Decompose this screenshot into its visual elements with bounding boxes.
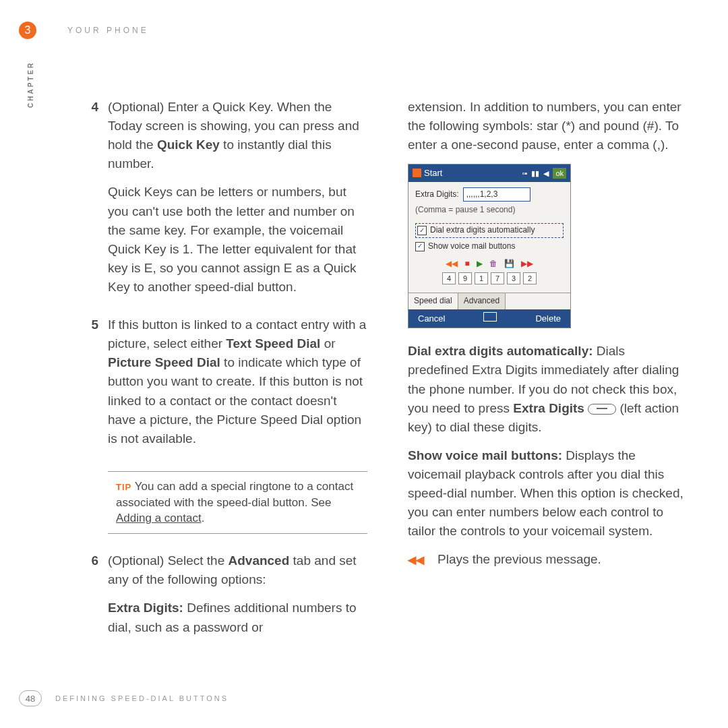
chapter-number-badge: 3 <box>19 22 36 39</box>
extra-digits-label-bold: Extra Digits: <box>108 601 183 615</box>
left-action-key-icon <box>588 404 616 415</box>
page-footer: 48 DEFINING SPEED-DIAL BUTTONS <box>19 690 229 706</box>
tab-speed-dial[interactable]: Speed dial <box>408 293 458 309</box>
footer-section-title: DEFINING SPEED-DIAL BUTTONS <box>55 694 229 702</box>
extra-digits-bold: Extra Digits <box>513 401 584 415</box>
step-4-number: 4 <box>88 98 98 306</box>
extra-digits-input[interactable]: ,,,,,,1,2,3 <box>463 187 530 202</box>
step-5-bold1: Text Speed Dial <box>226 336 320 351</box>
vm-num-cell[interactable]: 1 <box>475 272 488 284</box>
stop-icon[interactable]: ■ <box>464 258 469 270</box>
tip-text-a: You can add a special ringtone to a cont… <box>116 480 353 509</box>
vm-num-cell[interactable]: 3 <box>507 272 520 284</box>
rewind-icon: ◀◀ <box>408 552 424 568</box>
tip-callout: TIP You can add a special ringtone to a … <box>108 471 367 534</box>
delete-icon[interactable]: 🗑 <box>489 258 497 270</box>
windows-flag-icon <box>413 169 421 177</box>
vm-num-cell[interactable]: 2 <box>523 272 537 284</box>
fastforward-icon[interactable]: ▶▶ <box>521 258 533 270</box>
checkbox-icon: ✓ <box>415 242 425 251</box>
play-icon[interactable]: ▶ <box>477 258 483 270</box>
right-continuation: extension. In addition to numbers, you c… <box>408 98 688 154</box>
show-voicemail-checkbox[interactable]: ✓ Show voice mail buttons <box>415 241 564 253</box>
prev-message-text: Plays the previous message. <box>437 550 601 569</box>
signal-icon: ▫▪ <box>522 168 528 179</box>
right-column: extension. In addition to numbers, you c… <box>408 98 688 656</box>
step-5-text: If this button is linked to a contact en… <box>108 315 367 448</box>
step-6-part1: (Optional) Select the <box>108 553 228 568</box>
step-5-bold2: Picture Speed Dial <box>108 355 220 369</box>
dial-extra-auto-label: Dial extra digits automatically <box>430 224 535 237</box>
device-screenshot: Start ▫▪ ▮▮ ◀ ok Extra Digits: ,,,,,,1,2… <box>408 164 571 328</box>
step-4-quick-key-bold: Quick Key <box>157 138 220 152</box>
tip-link-adding-contact[interactable]: Adding a contact <box>116 512 202 524</box>
screenshot-tabs: Speed dial Advanced <box>408 293 570 309</box>
step-6-extra-digits: Extra Digits: Defines additional numbers… <box>108 599 367 636</box>
chapter-title: YOUR PHONE <box>67 26 149 35</box>
voicemail-controls-row: ◀◀ ■ ▶ 🗑 💾 ▶▶ <box>415 258 564 270</box>
tip-label: TIP <box>116 482 131 492</box>
screenshot-titlebar: Start ▫▪ ▮▮ ◀ ok <box>408 164 570 181</box>
screenshot-title: Start <box>424 166 442 179</box>
antenna-icon: ▮▮ <box>531 168 539 179</box>
keyboard-icon[interactable] <box>483 312 497 322</box>
speaker-icon: ◀ <box>543 168 549 179</box>
prev-message-row: ◀◀ Plays the previous message. <box>408 550 688 569</box>
step-4-text-a: (Optional) Enter a Quick Key. When the T… <box>108 98 367 173</box>
step-5-or: or <box>320 336 335 351</box>
step-6-advanced-bold: Advanced <box>228 553 289 568</box>
ok-button[interactable]: ok <box>553 168 566 179</box>
tip-text-b: . <box>202 512 205 524</box>
left-column: 4 (Optional) Enter a Quick Key. When the… <box>88 98 367 656</box>
page-number: 48 <box>19 690 42 706</box>
comma-pause-hint: (Comma = pause 1 second) <box>415 204 564 216</box>
show-voice-mail-desc: Show voice mail buttons: Displays the vo… <box>408 446 688 541</box>
softkey-cancel[interactable]: Cancel <box>418 312 445 325</box>
step-6-number: 6 <box>88 551 98 646</box>
extra-digits-field-label: Extra Digits: <box>415 189 459 201</box>
vm-num-cell[interactable]: 9 <box>458 272 472 284</box>
sidebar-chapter-label: CHAPTER <box>27 61 34 108</box>
dial-extra-auto-desc: Dial extra digits automatically: Dials p… <box>408 342 688 437</box>
save-icon[interactable]: 💾 <box>504 258 514 270</box>
vm-num-cell[interactable]: 4 <box>442 272 456 284</box>
show-voicemail-label: Show voice mail buttons <box>428 241 515 253</box>
tab-advanced[interactable]: Advanced <box>458 293 506 309</box>
step-5-number: 5 <box>88 315 98 458</box>
step-6-text-a: (Optional) Select the Advanced tab and s… <box>108 551 367 589</box>
voicemail-number-row: 4 9 1 7 3 2 <box>415 272 564 284</box>
checkbox-icon: ✓ <box>417 226 427 235</box>
dial-extra-bold: Dial extra digits automatically: <box>408 344 593 358</box>
screenshot-softkey-bar: Cancel Delete <box>408 309 570 328</box>
softkey-delete[interactable]: Delete <box>535 312 561 325</box>
show-vm-bold: Show voice mail buttons: <box>408 448 562 462</box>
rewind-icon[interactable]: ◀◀ <box>446 258 458 270</box>
dial-extra-auto-checkbox[interactable]: ✓ Dial extra digits automatically <box>415 223 564 238</box>
step-4-text-b: Quick Keys can be letters or numbers, bu… <box>108 183 367 297</box>
vm-num-cell[interactable]: 7 <box>491 272 504 284</box>
